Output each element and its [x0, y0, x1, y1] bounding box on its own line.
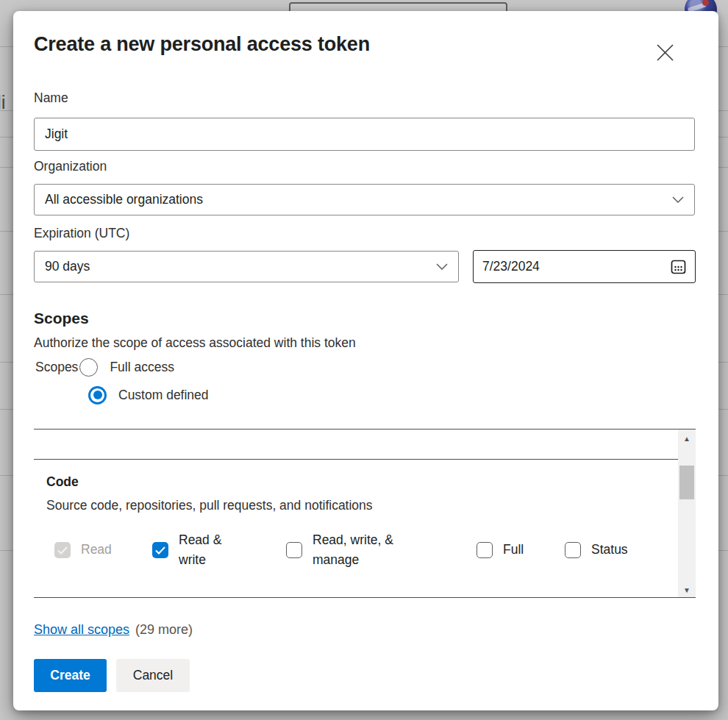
- expiration-date-input[interactable]: 7/23/2024: [473, 250, 696, 283]
- check-icon: [57, 546, 68, 555]
- dialog-title: Create a new personal access token: [34, 33, 370, 56]
- more-scopes-count: (29 more): [135, 622, 193, 638]
- scopes-heading: Scopes: [34, 310, 89, 327]
- permission-label: Read, write, & manage: [313, 530, 404, 570]
- expiration-label: Expiration (UTC): [34, 226, 129, 241]
- section-divider: [34, 459, 678, 460]
- checkbox-unchecked-icon[interactable]: [286, 542, 302, 558]
- expiration-dropdown[interactable]: 90 days: [34, 251, 459, 282]
- check-icon: [155, 546, 165, 555]
- checkbox-checked-icon[interactable]: [152, 542, 168, 558]
- calendar-icon[interactable]: [671, 259, 686, 274]
- permission-full[interactable]: Full: [477, 531, 524, 569]
- scopes-group-label: Scopes: [35, 360, 78, 375]
- scope-section-name: Code: [46, 474, 79, 490]
- name-input[interactable]: [34, 118, 695, 151]
- show-all-scopes-row: Show all scopes (29 more): [34, 622, 193, 638]
- scopes-scroll-area: Code Source code, repositories, pull req…: [34, 429, 696, 598]
- organization-value: All accessible organizations: [45, 192, 203, 207]
- scroll-up-icon[interactable]: ▲: [678, 431, 696, 446]
- permission-label: Status: [591, 540, 628, 560]
- scroll-down-icon[interactable]: ▼: [678, 582, 696, 597]
- organization-dropdown[interactable]: All accessible organizations: [34, 184, 695, 215]
- radio-icon-unselected[interactable]: [79, 358, 98, 377]
- organization-label: Organization: [34, 159, 107, 174]
- scrollbar-thumb[interactable]: [679, 466, 694, 499]
- radio-label: Full access: [110, 360, 174, 375]
- expiration-value: 90 days: [45, 259, 90, 274]
- create-pat-dialog: Create a new personal access token Name …: [13, 11, 718, 710]
- permission-label: Read: [81, 540, 112, 560]
- scrollbar[interactable]: ▲ ▼: [678, 429, 696, 598]
- chevron-down-icon: [436, 263, 448, 270]
- create-button[interactable]: Create: [34, 659, 107, 692]
- checkbox-unchecked-icon[interactable]: [477, 542, 493, 558]
- cancel-button[interactable]: Cancel: [116, 659, 190, 692]
- radio-option-custom-defined[interactable]: Custom defined: [88, 385, 209, 405]
- permission-read-write[interactable]: Read & write: [152, 531, 236, 569]
- radio-label: Custom defined: [118, 388, 209, 403]
- scope-section-description: Source code, repositories, pull requests…: [46, 498, 373, 513]
- expiration-date-value: 7/23/2024: [482, 259, 540, 274]
- permission-label: Read & write: [179, 530, 236, 570]
- show-all-scopes-link[interactable]: Show all scopes: [34, 622, 129, 638]
- scopes-description: Authorize the scope of access associated…: [34, 335, 356, 351]
- permission-status[interactable]: Status: [565, 531, 628, 569]
- radio-icon-selected[interactable]: [88, 386, 107, 404]
- close-icon: [657, 44, 674, 61]
- radio-option-full-access[interactable]: Scopes Full access: [35, 357, 174, 377]
- permission-read-write-manage[interactable]: Read, write, & manage: [286, 531, 404, 569]
- background-partial-text: li: [0, 91, 6, 114]
- chevron-down-icon: [672, 196, 684, 203]
- checkbox-checked-disabled-icon: [54, 542, 71, 558]
- close-button[interactable]: [652, 39, 678, 65]
- checkbox-unchecked-icon[interactable]: [565, 542, 581, 558]
- name-label: Name: [34, 90, 68, 106]
- permission-label: Full: [503, 540, 524, 560]
- permission-read[interactable]: Read: [54, 531, 112, 569]
